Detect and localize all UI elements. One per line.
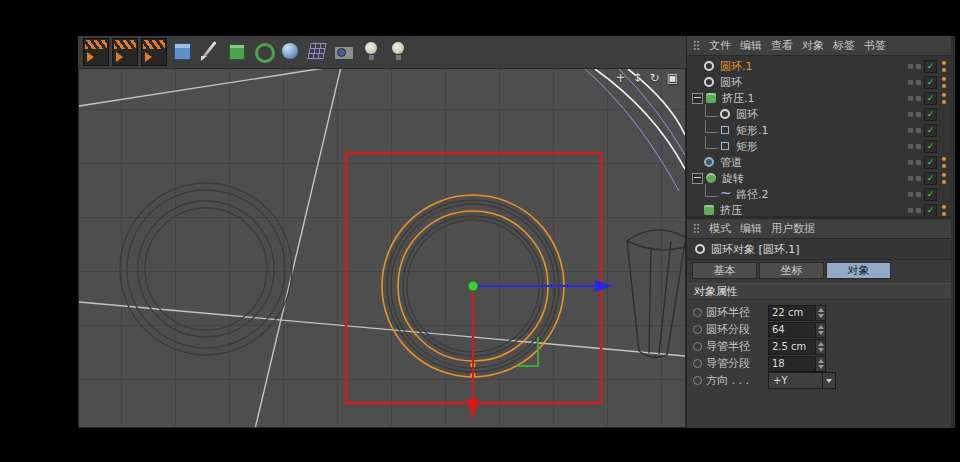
am-menu-item-0[interactable]: 模式 — [709, 221, 731, 236]
render-visibility-toggle[interactable] — [916, 112, 921, 117]
visibility-dots-icon[interactable] — [940, 108, 948, 121]
om-menu-item-4[interactable]: 标签 — [833, 38, 855, 53]
visibility-dots-icon[interactable] — [940, 156, 948, 169]
keyframe-dot-icon[interactable] — [693, 342, 702, 351]
value-input[interactable]: 2.5 cm — [768, 339, 826, 355]
editor-visibility-toggle[interactable] — [908, 192, 913, 197]
render-visibility-toggle[interactable] — [916, 208, 921, 213]
gizmo-center-dot[interactable] — [468, 281, 478, 291]
enable-check-icon[interactable]: ✓ — [924, 60, 937, 73]
tree-row[interactable]: 矩形.1✓ — [687, 122, 951, 138]
pan-view-icon[interactable]: + — [615, 72, 625, 84]
enable-check-icon[interactable]: ✓ — [924, 188, 937, 201]
render-visibility-toggle[interactable] — [916, 64, 921, 69]
am-menu-item-1[interactable]: 编辑 — [740, 221, 762, 236]
panel-grip-icon[interactable] — [693, 40, 700, 51]
deformer-grid-icon[interactable] — [305, 38, 329, 64]
enable-check-icon[interactable]: ✓ — [924, 124, 937, 137]
value-input[interactable]: 22 cm — [768, 305, 826, 321]
editor-visibility-toggle[interactable] — [908, 128, 913, 133]
render-visibility-toggle[interactable] — [916, 192, 921, 197]
am-menu-item-2[interactable]: 用户数据 — [771, 221, 815, 236]
x-axis-arrow-icon[interactable] — [595, 280, 613, 292]
collapse-toggle-icon[interactable] — [692, 93, 703, 104]
tree-row[interactable]: 圆环✓ — [687, 74, 951, 90]
visibility-dots-icon[interactable] — [940, 188, 948, 201]
tree-row[interactable]: 矩形✓ — [687, 138, 951, 154]
visibility-dots-icon[interactable] — [940, 60, 948, 73]
metaball-icon[interactable] — [278, 38, 302, 64]
editor-visibility-toggle[interactable] — [908, 208, 913, 213]
viewport-canvas[interactable]: +↕↻▣ — [78, 69, 686, 428]
enable-check-icon[interactable]: ✓ — [924, 76, 937, 89]
pen-spline-icon[interactable] — [197, 38, 221, 64]
value-input[interactable]: 18 — [768, 356, 826, 372]
visibility-dots-icon[interactable] — [940, 140, 948, 153]
enable-check-icon[interactable]: ✓ — [924, 172, 937, 185]
stepper-arrows-icon[interactable] — [815, 357, 825, 371]
tree-row[interactable]: 旋转✓ — [687, 170, 951, 186]
y-axis-arrow-icon[interactable] — [467, 399, 479, 419]
stepper-arrows-icon[interactable] — [815, 340, 825, 354]
stepper-arrows-icon[interactable] — [815, 306, 825, 320]
render-view-icon[interactable] — [83, 38, 109, 66]
visibility-dots-icon[interactable] — [940, 92, 948, 105]
value-input[interactable]: 64 — [768, 322, 826, 338]
editor-visibility-toggle[interactable] — [908, 112, 913, 117]
array-generator-icon[interactable] — [251, 38, 275, 64]
editor-visibility-toggle[interactable] — [908, 176, 913, 181]
editor-visibility-toggle[interactable] — [908, 80, 913, 85]
tree-row[interactable]: 挤压.1✓ — [687, 90, 951, 106]
tab-2[interactable]: 对象 — [826, 262, 891, 279]
tab-0[interactable]: 基本 — [692, 262, 757, 279]
visibility-dots-icon[interactable] — [940, 76, 948, 89]
tab-1[interactable]: 坐标 — [759, 262, 824, 279]
om-menu-item-1[interactable]: 编辑 — [740, 38, 762, 53]
chevron-down-icon[interactable] — [822, 373, 835, 388]
render-visibility-toggle[interactable] — [916, 96, 921, 101]
keyframe-dot-icon[interactable] — [693, 359, 702, 368]
spot-light-icon[interactable] — [386, 38, 410, 64]
render-visibility-toggle[interactable] — [916, 160, 921, 165]
enable-check-icon[interactable]: ✓ — [924, 140, 937, 153]
tree-row[interactable]: 管道✓ — [687, 154, 951, 170]
om-menu-item-5[interactable]: 书签 — [864, 38, 886, 53]
keyframe-dot-icon[interactable] — [693, 325, 702, 334]
collapse-toggle-icon[interactable] — [692, 173, 703, 184]
direction-dropdown[interactable]: +Y — [768, 372, 836, 389]
editor-visibility-toggle[interactable] — [908, 144, 913, 149]
enable-check-icon[interactable]: ✓ — [924, 204, 937, 217]
render-settings-icon[interactable] — [141, 38, 167, 66]
enable-check-icon[interactable]: ✓ — [924, 108, 937, 121]
generator-cube-icon[interactable] — [224, 38, 248, 64]
rotate-view-icon[interactable]: ↻ — [650, 72, 660, 84]
om-menu-item-2[interactable]: 查看 — [771, 38, 793, 53]
visibility-dots-icon[interactable] — [940, 204, 948, 217]
visibility-dots-icon[interactable] — [940, 172, 948, 185]
editor-visibility-toggle[interactable] — [908, 96, 913, 101]
tube-wireframe-right[interactable] — [627, 230, 685, 357]
visibility-dots-icon[interactable] — [940, 124, 948, 137]
editor-visibility-toggle[interactable] — [908, 64, 913, 69]
keyframe-dot-icon[interactable] — [693, 308, 702, 317]
render-visibility-toggle[interactable] — [916, 176, 921, 181]
stepper-arrows-icon[interactable] — [815, 323, 825, 337]
panel-grip-icon[interactable] — [693, 223, 700, 234]
tree-row[interactable]: 路径.2✓ — [687, 186, 951, 202]
tree-row[interactable]: 圆环✓ — [687, 106, 951, 122]
tree-row[interactable]: 挤压✓ — [687, 202, 951, 218]
zoom-view-icon[interactable]: ↕ — [633, 72, 643, 84]
light-icon[interactable] — [359, 38, 383, 64]
om-menu-item-3[interactable]: 对象 — [802, 38, 824, 53]
tree-row[interactable]: 圆环.1✓ — [687, 58, 951, 74]
render-visibility-toggle[interactable] — [916, 128, 921, 133]
editor-visibility-toggle[interactable] — [908, 160, 913, 165]
render-visibility-toggle[interactable] — [916, 144, 921, 149]
torus-wireframe-left[interactable] — [120, 183, 292, 355]
render-picture-viewer-icon[interactable] — [112, 38, 138, 66]
om-menu-item-0[interactable]: 文件 — [709, 38, 731, 53]
enable-check-icon[interactable]: ✓ — [924, 92, 937, 105]
maximize-view-icon[interactable]: ▣ — [667, 72, 678, 84]
render-visibility-toggle[interactable] — [916, 80, 921, 85]
camera-icon[interactable] — [332, 38, 356, 64]
